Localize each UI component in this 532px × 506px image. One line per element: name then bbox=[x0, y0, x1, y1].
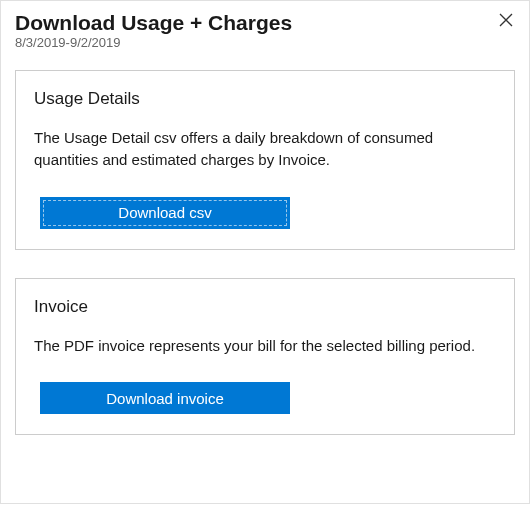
date-range: 8/3/2019-9/2/2019 bbox=[15, 35, 515, 50]
usage-details-description: The Usage Detail csv offers a daily brea… bbox=[34, 127, 496, 171]
invoice-card: Invoice The PDF invoice represents your … bbox=[15, 278, 515, 436]
usage-details-title: Usage Details bbox=[34, 89, 496, 109]
download-invoice-button[interactable]: Download invoice bbox=[40, 382, 290, 414]
panel-title: Download Usage + Charges bbox=[15, 11, 515, 35]
download-csv-button[interactable]: Download csv bbox=[40, 197, 290, 229]
close-icon[interactable] bbox=[495, 9, 517, 31]
panel-header: Download Usage + Charges 8/3/2019-9/2/20… bbox=[15, 11, 515, 50]
invoice-description: The PDF invoice represents your bill for… bbox=[34, 335, 496, 357]
usage-details-card: Usage Details The Usage Detail csv offer… bbox=[15, 70, 515, 250]
download-usage-charges-panel: Download Usage + Charges 8/3/2019-9/2/20… bbox=[0, 0, 530, 504]
invoice-title: Invoice bbox=[34, 297, 496, 317]
